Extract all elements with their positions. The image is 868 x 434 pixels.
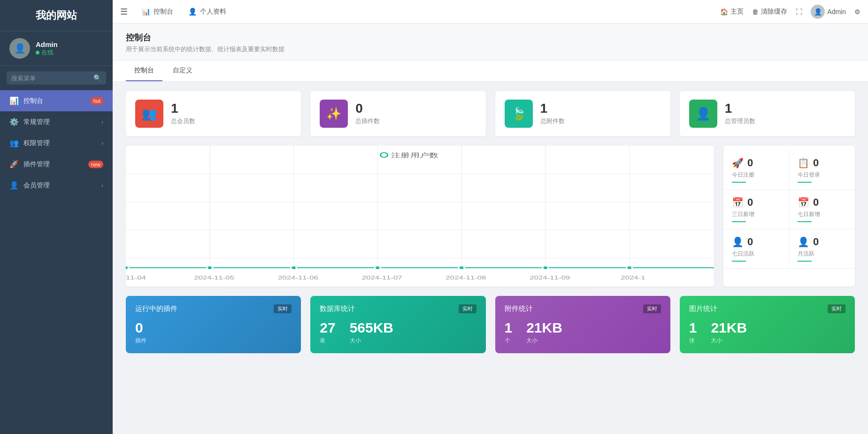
profile-tab-icon: 👤 — [188, 8, 197, 16]
clear-cache-button[interactable]: 🗑 清除缓存 — [752, 8, 787, 16]
home-button[interactable]: 🏠 主页 — [720, 8, 744, 16]
topbar-tab-dashboard[interactable]: 📊 控制台 — [135, 5, 180, 19]
card-plugins-badge: 实时 — [274, 304, 292, 313]
gear-icon: ⚙️ — [9, 117, 19, 126]
card-db-val2: 565KB — [350, 320, 393, 336]
fullscreen-icon: ⛶ — [796, 8, 802, 16]
stats-row: 👥 1 总会员数 ✨ 0 总插件数 🍃 1 总附件数 — [113, 82, 868, 141]
card-attach-sub2: 大小 — [526, 337, 562, 345]
tab-custom[interactable]: 自定义 — [164, 61, 201, 81]
divider — [732, 261, 746, 262]
3day-count: 0 — [747, 196, 753, 209]
chevron-right-icon: › — [101, 119, 103, 125]
divider — [798, 261, 812, 262]
plugins-icon: ✨ — [320, 100, 348, 128]
dashboard-icon: 📊 — [9, 96, 19, 105]
card-db-val1: 27 — [320, 320, 335, 336]
sidebar-item-label: 常规管理 — [23, 118, 101, 126]
topbar-nav: 📊 控制台 👤 个人资料 — [135, 5, 713, 19]
main-content: ☰ 📊 控制台 👤 个人资料 🏠 主页 🗑 清除缓存 ⛶ — [113, 0, 868, 434]
users-icon: 👥 — [9, 139, 19, 147]
bottom-card-images: 图片统计 实时 1 张 21KB 大小 — [680, 296, 855, 353]
today-login-label: 今日登录 — [798, 171, 846, 179]
7day-new-count: 0 — [813, 196, 819, 209]
admin-user-button[interactable]: 👤 Admin — [811, 5, 846, 19]
dashboard-tab-icon: 📊 — [142, 8, 151, 16]
monthly-active-label: 月活跃 — [798, 250, 846, 258]
settings-button[interactable]: ⚙ — [854, 8, 860, 16]
card-plugins-title: 运行中的插件 — [135, 304, 177, 313]
stat-card-plugins: ✨ 0 总插件数 — [310, 91, 485, 136]
admins-count: 1 — [725, 102, 755, 115]
card-plugins-val: 0 — [135, 320, 146, 336]
nav-badge-new: new — [88, 161, 103, 168]
site-logo: 我的网站 — [0, 0, 113, 31]
middle-section: 注册用户数 11-04 2024-11-05 2024-11-06 2024-1… — [113, 141, 868, 291]
svg-text:2024-11-06: 2024-11-06 — [278, 275, 318, 280]
3day-label: 三日新增 — [732, 210, 780, 218]
svg-text:2024-11-08: 2024-11-08 — [446, 275, 486, 280]
tab-dashboard[interactable]: 控制台 — [126, 61, 162, 81]
chart-svg: 注册用户数 11-04 2024-11-05 2024-11-06 2024-1… — [126, 146, 714, 287]
rocket-icon: 🚀 — [9, 160, 19, 169]
plugins-label: 总插件数 — [355, 117, 380, 125]
divider — [798, 182, 812, 183]
menu-toggle-button[interactable]: ☰ — [120, 7, 128, 17]
user-month-mini-icon: 👤 — [798, 236, 809, 248]
card-attach-val2: 21KB — [526, 320, 562, 336]
card-attach-sub1: 个 — [505, 337, 513, 345]
bottom-card-db: 数据库统计 实时 27 表 565KB 大小 — [310, 296, 485, 353]
bottom-card-attach: 附件统计 实时 1 个 21KB 大小 — [495, 296, 670, 353]
svg-point-14 — [459, 266, 464, 270]
divider — [732, 182, 746, 183]
divider — [732, 221, 746, 222]
home-icon: 🏠 — [720, 8, 728, 16]
search-icon[interactable]: 🔍 — [93, 74, 101, 82]
sidebar: 我的网站 👤 Admin 在线 🔍 📊 控制台 hot ⚙️ 常规管理 › 👥 … — [0, 0, 113, 434]
sidebar-item-plugin[interactable]: 🚀 插件管理 new — [0, 154, 113, 175]
user-active-mini-icon: 👤 — [732, 236, 744, 248]
svg-text:注册用户数: 注册用户数 — [391, 152, 438, 159]
plugins-count: 0 — [355, 102, 380, 115]
tab-label: 控制台 — [154, 8, 173, 16]
sidebar-item-auth[interactable]: 👥 权限管理 › — [0, 132, 113, 154]
content-area: 控制台 用于展示当前系统中的统计数据、统计报表及重要实时数据 控制台 自定义 👥… — [113, 23, 868, 434]
card-plugins-sub: 插件 — [135, 337, 146, 345]
avatar: 👤 — [9, 38, 30, 59]
stat-card-members: 👥 1 总会员数 — [126, 91, 301, 136]
sidebar-item-member[interactable]: 👤 会员管理 › — [0, 175, 113, 196]
fullscreen-button[interactable]: ⛶ — [796, 8, 802, 16]
login-mini-icon: 📋 — [798, 157, 809, 169]
svg-point-11 — [207, 266, 213, 270]
members-count: 1 — [171, 102, 195, 115]
members-label: 总会员数 — [171, 117, 195, 125]
search-box[interactable]: 🔍 — [7, 71, 106, 85]
mini-stats-panel: 🚀 0 今日注册 📋 0 今日登录 — [723, 146, 855, 287]
svg-point-15 — [543, 266, 548, 270]
stat-card-attachments: 🍃 1 总附件数 — [495, 91, 670, 136]
calendar-mini-icon: 📅 — [732, 197, 744, 208]
mini-stat-7day-active: 👤 0 七日活跃 — [723, 229, 789, 269]
mini-stat-grid: 🚀 0 今日注册 📋 0 今日登录 — [723, 150, 855, 269]
admin-name: Admin — [827, 8, 846, 16]
attachments-label: 总附件数 — [540, 117, 565, 125]
sidebar-item-dashboard[interactable]: 📊 控制台 hot — [0, 90, 113, 111]
divider — [798, 221, 812, 222]
rocket-mini-icon: 🚀 — [732, 157, 744, 169]
today-register-count: 0 — [747, 157, 753, 169]
topbar-tab-profile[interactable]: 👤 个人资料 — [182, 5, 233, 19]
mini-stat-today-register: 🚀 0 今日注册 — [723, 150, 789, 190]
card-images-val2: 21KB — [711, 320, 747, 336]
card-images-sub2: 大小 — [711, 337, 747, 345]
svg-point-17 — [380, 153, 387, 157]
attachments-count: 1 — [540, 102, 565, 115]
sidebar-item-general[interactable]: ⚙️ 常规管理 › — [0, 111, 113, 132]
calendar2-mini-icon: 📅 — [798, 197, 809, 208]
topbar-right: 🏠 主页 🗑 清除缓存 ⛶ 👤 Admin ⚙ — [720, 5, 860, 19]
status-dot — [36, 51, 39, 54]
search-input[interactable] — [11, 75, 93, 82]
svg-point-10 — [126, 266, 129, 270]
svg-text:2024-1: 2024-1 — [621, 275, 645, 280]
home-label: 主页 — [730, 8, 744, 16]
nav-badge-hot: hot — [91, 97, 103, 105]
